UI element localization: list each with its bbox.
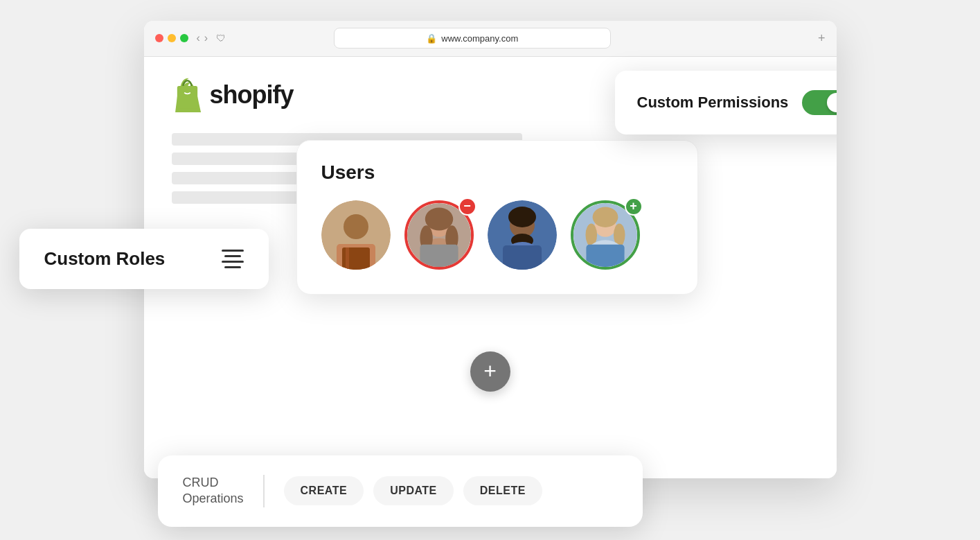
toggle-thumb — [827, 93, 836, 112]
update-button[interactable]: UPDATE — [373, 476, 454, 505]
nav-buttons: ‹ › — [197, 32, 208, 44]
filter-line-1 — [222, 250, 244, 252]
avatar-1-image — [321, 200, 391, 270]
roles-label: Custom Roles — [44, 248, 166, 270]
avatar-4-add-badge[interactable]: + — [625, 198, 643, 216]
users-avatars: − — [321, 200, 673, 270]
scene: ‹ › 🛡 🔒 www.company.com + shopify — [75, 14, 906, 527]
avatar-1-wrapper — [321, 200, 391, 270]
filter-line-2 — [224, 255, 241, 257]
filter-line-4 — [224, 266, 241, 268]
shopify-bag-icon — [172, 78, 203, 112]
address-bar[interactable]: 🔒 www.company.com — [334, 28, 611, 49]
permissions-card: Custom Permissions ↖ — [615, 71, 837, 134]
traffic-light-green[interactable] — [180, 34, 188, 42]
avatar-1 — [321, 200, 391, 270]
delete-button[interactable]: DELETE — [463, 476, 542, 505]
create-button[interactable]: CREATE — [284, 476, 364, 505]
avatar-3 — [488, 200, 557, 270]
lock-icon: 🔒 — [426, 33, 437, 44]
shopify-name: shopify — [210, 80, 294, 110]
users-title: Users — [321, 162, 673, 184]
crud-card: CRUD Operations CREATE UPDATE DELETE — [158, 455, 643, 527]
svg-rect-0 — [177, 86, 197, 109]
new-tab-button[interactable]: + — [818, 31, 826, 46]
avatar-2-wrapper: − — [404, 200, 474, 270]
toggle-track — [802, 90, 836, 115]
crud-buttons: CREATE UPDATE DELETE — [284, 476, 542, 505]
plus-symbol: + — [483, 358, 497, 384]
avatar-4-wrapper: + — [571, 200, 640, 270]
svg-rect-26 — [586, 244, 624, 266]
filter-icon[interactable] — [222, 250, 244, 268]
forward-icon[interactable]: › — [204, 32, 208, 44]
traffic-lights — [155, 34, 188, 42]
svg-rect-19 — [503, 245, 542, 270]
avatar-3-wrapper — [488, 200, 557, 270]
svg-rect-13 — [420, 244, 458, 266]
url-text: www.company.com — [441, 33, 518, 44]
traffic-light-red[interactable] — [155, 34, 163, 42]
browser-chrome: ‹ › 🛡 🔒 www.company.com + — [144, 21, 837, 57]
users-card: Users — [296, 140, 698, 295]
shield-icon: 🛡 — [216, 33, 226, 44]
filter-line-3 — [222, 261, 244, 263]
traffic-light-yellow[interactable] — [168, 34, 176, 42]
svg-point-2 — [344, 214, 368, 239]
avatar-2-remove-badge[interactable]: − — [458, 198, 476, 216]
svg-point-22 — [592, 207, 618, 227]
back-icon[interactable]: ‹ — [197, 32, 200, 44]
permissions-label: Custom Permissions — [637, 94, 789, 112]
crud-label: CRUD Operations — [183, 475, 265, 507]
permissions-toggle[interactable] — [802, 90, 836, 115]
roles-card: Custom Roles — [19, 229, 269, 289]
avatar-3-image — [488, 200, 557, 270]
svg-rect-6 — [346, 247, 349, 270]
svg-point-16 — [508, 207, 536, 227]
plus-connector[interactable]: + — [470, 351, 510, 392]
